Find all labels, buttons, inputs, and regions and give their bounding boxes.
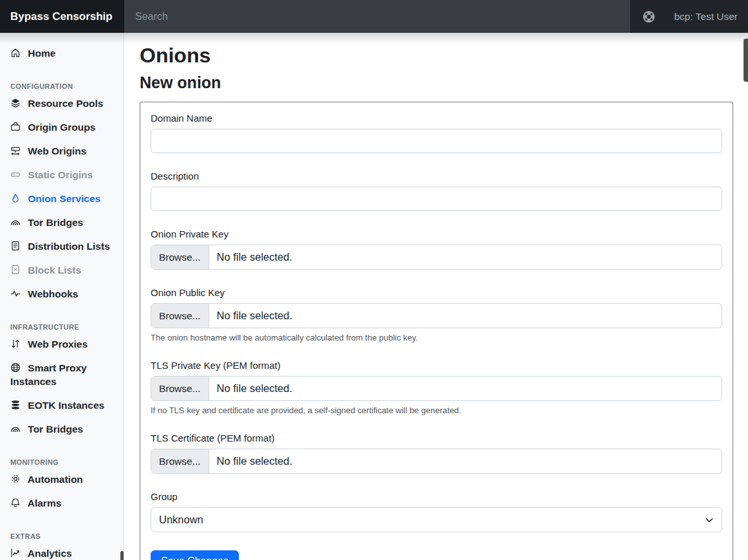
- sidebar-item-block-lists[interactable]: Block Lists: [0, 258, 124, 282]
- sidebar-item-label: Resource Pools: [28, 98, 103, 109]
- group-select[interactable]: Unknown: [151, 507, 722, 532]
- sidebar-item-label: Tor Bridges: [28, 217, 83, 228]
- sidebar-item-label: Tor Bridges: [28, 424, 83, 434]
- house-icon: [10, 48, 21, 58]
- browse-button[interactable]: Browse...: [151, 449, 209, 473]
- group-group: Group Unknown: [151, 491, 722, 532]
- file-text-icon: [10, 241, 21, 251]
- sidebar-item-analytics[interactable]: Analytics: [0, 541, 124, 560]
- tls-private-key-help: If no TLS key and certificate are provid…: [151, 406, 722, 415]
- search-input[interactable]: [124, 0, 630, 33]
- sidebar-item-distribution-lists[interactable]: Distribution Lists: [0, 234, 124, 258]
- sidebar-item-label: Origin Groups: [28, 122, 95, 133]
- sidebar-item-static-origins[interactable]: Static Origins: [0, 163, 124, 187]
- description-input[interactable]: [151, 187, 722, 211]
- onion-public-key-group: Onion Public Key Browse... No file selec…: [151, 287, 722, 342]
- group-select-value: Unknown: [159, 514, 203, 526]
- sidebar-item-eotk-instances[interactable]: EOTK Instances: [0, 393, 124, 417]
- sidebar-item-label: Analytics: [28, 548, 72, 559]
- onion-public-key-label: Onion Public Key: [151, 287, 722, 298]
- gear-icon: [10, 474, 21, 484]
- file-status-text: No file selected.: [209, 377, 300, 400]
- browse-button[interactable]: Browse...: [151, 377, 209, 400]
- user-menu[interactable]: bcp: Test User: [674, 11, 738, 23]
- navbar-right: bcp: Test User: [630, 0, 748, 33]
- database-icon: [10, 400, 21, 410]
- browse-button[interactable]: Browse...: [151, 245, 209, 269]
- browse-button[interactable]: Browse...: [151, 304, 209, 328]
- sidebar-item-label: Web Origins: [28, 145, 86, 156]
- onion-private-key-group: Onion Private Key Browse... No file sele…: [151, 229, 722, 270]
- sidebar-item-alarms[interactable]: Alarms: [0, 491, 124, 515]
- top-navbar: Bypass Censorship bcp: Test User: [0, 0, 748, 33]
- tls-private-key-group: TLS Private Key (PEM format) Browse... N…: [151, 360, 722, 415]
- sidebar-item-label: Alarms: [28, 498, 62, 509]
- sidebar-item-onion-services[interactable]: Onion Services: [0, 187, 124, 210]
- sidebar-item-automation[interactable]: Automation: [0, 467, 124, 491]
- sidebar-item-webhooks[interactable]: Webhooks: [0, 282, 124, 306]
- rainbow-icon: [10, 424, 21, 434]
- layers-icon: [10, 98, 21, 108]
- sidebar-item-home[interactable]: Home: [0, 41, 124, 65]
- sidebar-scrollbar-thumb[interactable]: [120, 551, 124, 560]
- activity-icon: [10, 288, 21, 299]
- tls-certificate-label: TLS Certificate (PEM format): [151, 433, 722, 443]
- globe-icon: [10, 362, 21, 373]
- sidebar-item-label: Distribution Lists: [28, 241, 109, 252]
- droplet-icon: [10, 193, 21, 203]
- sidebar-item-web-proxies[interactable]: Web Proxies: [0, 332, 124, 356]
- arrow-down-up-icon: [10, 339, 21, 349]
- sidebar-item-label: Block Lists: [28, 265, 81, 275]
- file-x-icon: [10, 265, 21, 275]
- page-scrollbar-thumb[interactable]: [743, 39, 748, 82]
- sidebar-item-label: Onion Services: [28, 193, 100, 204]
- sidebar-item-label: Smart Proxy Instances: [10, 362, 87, 387]
- sidebar-item-tor-bridges[interactable]: Tor Bridges: [0, 210, 124, 234]
- sidebar-item-origin-groups[interactable]: Origin Groups: [0, 115, 124, 139]
- sidebar-header-monitoring: MONITORING: [0, 454, 124, 467]
- new-onion-form-card: Domain Name Description Onion Private Ke…: [140, 102, 733, 560]
- group-label: Group: [151, 491, 722, 502]
- sidebar-item-web-origins[interactable]: Web Origins: [0, 139, 124, 163]
- tls-private-key-file-input[interactable]: Browse... No file selected.: [151, 376, 722, 401]
- main-content: Onions New onion Domain Name Description…: [124, 33, 748, 560]
- section-title: New onion: [140, 73, 733, 92]
- life-preserver-icon[interactable]: [642, 10, 656, 24]
- sidebar-header-infrastructure: INFRASTRUCTURE: [0, 319, 124, 332]
- sidebar-item-label: Static Origins: [28, 169, 93, 180]
- onion-public-key-file-input[interactable]: Browse... No file selected.: [151, 303, 722, 328]
- save-changes-button[interactable]: Save Changes: [151, 550, 239, 560]
- file-status-text: No file selected.: [209, 245, 300, 269]
- sidebar-item-label: Webhooks: [28, 288, 78, 299]
- briefcase-icon: [10, 122, 21, 132]
- hdd-icon: [10, 169, 21, 180]
- onion-private-key-label: Onion Private Key: [151, 229, 722, 239]
- sidebar-item-label: Automation: [28, 474, 83, 485]
- description-group: Description: [151, 171, 722, 211]
- tls-certificate-file-input[interactable]: Browse... No file selected.: [151, 449, 722, 474]
- graph-up-icon: [10, 548, 21, 558]
- tls-private-key-label: TLS Private Key (PEM format): [151, 360, 722, 371]
- sidebar-item-tor-bridges-2[interactable]: Tor Bridges: [0, 417, 124, 441]
- sidebar-header-configuration: CONFIGURATION: [0, 78, 124, 91]
- sidebar: Home CONFIGURATION Resource Pools Origin…: [0, 33, 124, 560]
- page-title: Onions: [140, 44, 733, 68]
- sidebar-item-label: Web Proxies: [28, 339, 88, 350]
- sidebar-item-smart-proxy-instances[interactable]: Smart Proxy Instances: [0, 356, 124, 393]
- file-status-text: No file selected.: [209, 449, 300, 473]
- rainbow-icon: [10, 217, 21, 227]
- domain-name-label: Domain Name: [151, 113, 722, 124]
- brand[interactable]: Bypass Censorship: [0, 0, 124, 33]
- description-label: Description: [151, 171, 722, 182]
- domain-name-input[interactable]: [151, 129, 722, 153]
- hdd-network-icon: [10, 145, 21, 156]
- onion-public-key-help: The onion hostname will be automatically…: [151, 333, 722, 342]
- bell-icon: [10, 498, 21, 508]
- sidebar-item-resource-pools[interactable]: Resource Pools: [0, 91, 124, 115]
- sidebar-header-extras: EXTRAS: [0, 528, 124, 541]
- domain-name-group: Domain Name: [151, 113, 722, 153]
- file-status-text: No file selected.: [209, 304, 300, 328]
- sidebar-item-label: EOTK Instances: [28, 400, 104, 411]
- onion-private-key-file-input[interactable]: Browse... No file selected.: [151, 245, 722, 270]
- tls-certificate-group: TLS Certificate (PEM format) Browse... N…: [151, 433, 722, 474]
